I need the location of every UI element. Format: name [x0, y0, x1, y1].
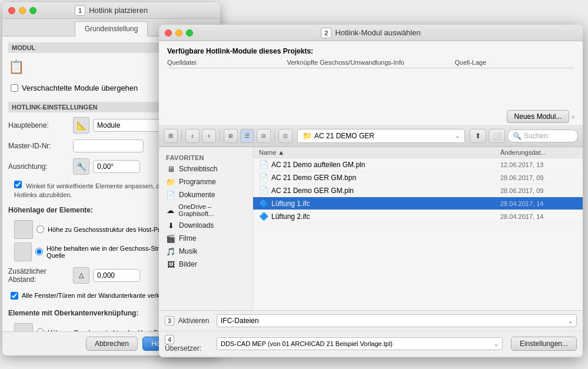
programme-icon: 📁: [166, 177, 175, 187]
step-badge-4: 4: [165, 335, 174, 344]
hoehenlage-radio1[interactable]: [36, 225, 44, 233]
bilder-icon: 🖼: [166, 260, 175, 269]
ausrichtung-input[interactable]: [93, 160, 140, 173]
location-bar[interactable]: 📁 AC 21 DEMO GER ⌄: [297, 129, 465, 143]
sidebar-item-schreibtisch[interactable]: 🖥 Schreibtisch: [159, 162, 253, 175]
nested-modules-checkbox[interactable]: [11, 84, 18, 92]
browser-body: Favoriten 🖥 Schreibtisch 📁 Programme 📄 D…: [159, 147, 583, 310]
file-icon-3: 📄: [259, 186, 268, 195]
browser-actions: Neuer Ordner Optionen Abbrechen Auswähle…: [159, 357, 583, 357]
browser-bottom: 3 Aktivieren IFC-Dateien ⌄ 4 Übersetzer:…: [159, 310, 583, 357]
uebersetzer-chevron: ⌄: [494, 341, 499, 347]
schreibtisch-icon: 🖥: [166, 164, 175, 174]
filme-icon: 🎬: [166, 234, 175, 243]
uebersetzer-row: 4 Übersetzer: DDS-CAD MEP (von 01 ARCHIC…: [159, 331, 583, 357]
sidebar-favoriten-label: Favoriten: [159, 152, 253, 162]
browser-toolbar: ⊞ ‹ › ⊞ ☰ ⊟ ⊡ 📁 AC 21 DEMO GER ⌄ ⬆ ⬜ 🔍 S…: [159, 125, 583, 147]
winkel-checkbox[interactable]: [14, 181, 22, 188]
aktivieren-chevron: ⌄: [568, 318, 573, 324]
toolbar-sep-3: [274, 130, 275, 142]
step-badge-3: 3: [165, 316, 174, 325]
hoehenlage-icon2: [14, 242, 32, 261]
file-item-5[interactable]: 🔷 Lüftung 2.ifc 28.04.2017, 14: [253, 210, 583, 223]
titlebar-2: 2 Hotlink-Modul auswählen: [159, 25, 583, 41]
view-gallery-button[interactable]: ⊡: [278, 129, 293, 143]
hoehenlage-icon1: [14, 220, 33, 239]
sidebar-item-downloads[interactable]: ⬇ Downloads: [159, 219, 253, 232]
aktivieren-dropdown[interactable]: IFC-Dateien ⌄: [217, 314, 577, 327]
view-columns-button2[interactable]: ⊟: [257, 129, 271, 143]
zusatz-input[interactable]: [93, 269, 140, 282]
minimize-button[interactable]: [19, 7, 26, 14]
view-list-button[interactable]: ☰: [240, 129, 254, 143]
close-button-2[interactable]: [165, 29, 172, 36]
alle-fenster-checkbox[interactable]: [11, 292, 18, 300]
file-icon-4: 🔷: [259, 199, 268, 208]
toolbar-sep-2: [220, 130, 220, 142]
hoehenlage-radio2[interactable]: [35, 248, 43, 255]
action-button[interactable]: ⬜: [489, 129, 505, 143]
sidebar-item-programme[interactable]: 📁 Programme: [159, 175, 253, 188]
close-button[interactable]: [8, 7, 15, 14]
window-hotlink-modul: 2 Hotlink-Modul auswählen Verfügbare Hot…: [159, 25, 583, 357]
module-available-title: Verfügbare Hotlink-Module dieses Projekt…: [167, 47, 574, 55]
file-list-header: Name ▲ Änderungsdat...: [253, 147, 583, 158]
expand-icon[interactable]: ›: [572, 112, 574, 121]
einstellungen-button[interactable]: Einstellungen...: [511, 337, 577, 351]
folder-location-icon: 📁: [303, 131, 312, 140]
sidebar-item-onedrive[interactable]: ☁ OneDrive – Graphisoft...: [159, 201, 253, 219]
col-name-header[interactable]: Name ▲: [259, 149, 500, 156]
onedrive-icon: ☁: [166, 205, 175, 215]
maximize-button-2[interactable]: [186, 29, 193, 36]
col-date-header[interactable]: Änderungsdat...: [500, 149, 577, 156]
traffic-lights-2: [165, 29, 193, 36]
search-bar[interactable]: 🔍 Suchen: [507, 129, 578, 142]
module-table-header: Quelldatei Verknüpfte Geschoss/Umwandlun…: [167, 59, 574, 68]
step-badge-2: 2: [321, 28, 331, 38]
sidebar-item-musik[interactable]: 🎵 Musik: [159, 245, 253, 258]
maximize-button[interactable]: [29, 7, 36, 14]
ausrichtung-icon: 🔧: [73, 158, 89, 175]
zusatz-icon: △: [73, 267, 89, 284]
back-button[interactable]: ‹: [185, 129, 200, 143]
sidebar-item-dokumente[interactable]: 📄 Dokumente: [159, 188, 253, 201]
file-icon-2: 📄: [259, 173, 268, 182]
share-button[interactable]: ⬆: [470, 129, 486, 143]
module-section: Verfügbare Hotlink-Module dieses Projekt…: [159, 41, 583, 129]
sidebar-item-bilder[interactable]: 🖼 Bilder: [159, 258, 253, 271]
browser-sidebar: Favoriten 🖥 Schreibtisch 📁 Programme 📄 D…: [159, 147, 253, 310]
sidebar-item-filme[interactable]: 🎬 Filme: [159, 232, 253, 245]
module-table-footer: Neues Modul... ›: [167, 105, 574, 123]
file-browser-container: ⊞ ‹ › ⊞ ☰ ⊟ ⊡ 📁 AC 21 DEMO GER ⌄ ⬆ ⬜ 🔍 S…: [159, 125, 583, 357]
file-item-2[interactable]: 📄 AC 21 Demo GER GM.bpn 28.06.2017, 09: [253, 171, 583, 184]
view-grid-button[interactable]: ⊞: [224, 129, 238, 143]
toolbar-sep-1: [181, 130, 182, 142]
file-list: Name ▲ Änderungsdat... 📄 AC 21 Demo auft…: [253, 147, 583, 310]
file-item-3[interactable]: 📄 AC 21 Demo GER GM.pln 28.06.2017, 09: [253, 184, 583, 197]
window-title-2: 2 Hotlink-Modul auswählen: [321, 28, 420, 38]
hauptebene-icon: 📐: [73, 117, 89, 134]
file-icon-5: 🔷: [259, 212, 268, 221]
module-icon: 📋: [8, 59, 24, 75]
abbrechen-button-1[interactable]: Abbrechen: [86, 337, 138, 351]
neues-modul-button[interactable]: Neues Modul...: [507, 110, 570, 123]
search-icon: 🔍: [513, 132, 521, 140]
uebersetzer-dropdown[interactable]: DDS-CAD MEP (von 01 ARCHICAD 21 Beispiel…: [217, 337, 503, 350]
file-item-4[interactable]: 🔷 Lüftung 1.ifc 28.04.2017, 14: [253, 197, 583, 210]
musik-icon: 🎵: [166, 247, 175, 256]
minimize-button-2[interactable]: [175, 29, 182, 36]
view-columns-button[interactable]: ⊞: [164, 129, 178, 143]
tab-grundeinstellung[interactable]: Grundeinstellung: [75, 21, 148, 36]
sort-arrow: ▲: [278, 149, 284, 156]
aktivieren-row: 3 Aktivieren IFC-Dateien ⌄: [159, 311, 583, 331]
master-id-input[interactable]: [73, 139, 144, 152]
file-icon-1: 📄: [259, 160, 268, 169]
forward-button[interactable]: ›: [202, 129, 216, 143]
location-chevron: ⌄: [455, 132, 460, 139]
dokumente-icon: 📄: [166, 190, 175, 200]
step-badge-1: 1: [75, 5, 85, 16]
titlebar-1: 1 Hotlink platzieren: [2, 2, 220, 19]
window-title-1: 1 Hotlink platzieren: [75, 5, 148, 16]
file-item-1[interactable]: 📄 AC 21 Demo aufteilen GM.pln 12.06.2017…: [253, 158, 583, 171]
module-table-body: [167, 70, 574, 105]
